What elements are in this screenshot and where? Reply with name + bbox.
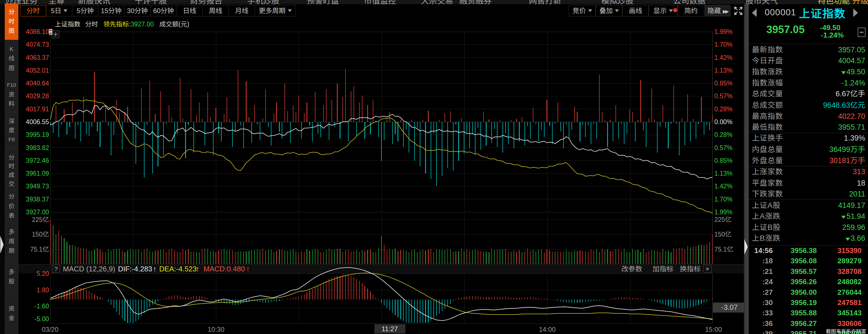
svg-text:0.57%: 0.57%: [714, 92, 733, 100]
svg-text:4052.01: 4052.01: [26, 67, 49, 74]
svg-text:3972.46: 3972.46: [26, 157, 49, 164]
svg-text:3983.82: 3983.82: [26, 144, 49, 151]
svg-text:↑: ↑: [196, 265, 199, 273]
svg-text:4017.91: 4017.91: [26, 105, 49, 113]
svg-text:3938.37: 3938.37: [26, 196, 49, 203]
svg-text:1.99%: 1.99%: [714, 209, 733, 216]
svg-text:15:00: 15:00: [705, 326, 722, 333]
svg-text:3961.09: 3961.09: [26, 170, 49, 177]
svg-text:0.28%: 0.28%: [714, 131, 733, 138]
svg-text:14:00: 14:00: [539, 326, 556, 333]
svg-text:5.20: 5.20: [36, 270, 49, 277]
svg-text:3995.19: 3995.19: [26, 131, 49, 138]
svg-text:MACD (12,26,9): MACD (12,26,9): [63, 265, 115, 273]
svg-text:3949.73: 3949.73: [26, 183, 49, 190]
svg-text:4006.55: 4006.55: [26, 118, 49, 125]
svg-text:DEA:-4.523: DEA:-4.523: [159, 265, 196, 273]
svg-text:-1.60: -1.60: [34, 303, 49, 310]
svg-text:150亿: 150亿: [32, 231, 49, 238]
svg-text:-5.00: -5.00: [34, 315, 49, 323]
svg-text:1.80: 1.80: [36, 286, 49, 294]
svg-text:4029.28: 4029.28: [26, 92, 49, 100]
svg-text:1.70%: 1.70%: [714, 196, 733, 203]
svg-text:3927.00: 3927.00: [26, 209, 49, 216]
svg-text:换指标: 换指标: [680, 265, 701, 273]
svg-text:1.42%: 1.42%: [714, 54, 733, 61]
svg-text:0.57%: 0.57%: [714, 144, 733, 151]
svg-text:4063.37: 4063.37: [26, 54, 49, 61]
svg-text:1.13%: 1.13%: [714, 67, 733, 74]
svg-text:DIF:-4.283: DIF:-4.283: [118, 265, 152, 273]
svg-text:0.85%: 0.85%: [714, 157, 733, 164]
svg-text:0.85%: 0.85%: [714, 80, 733, 87]
svg-text:225亿: 225亿: [714, 216, 731, 223]
svg-text:↑: ↑: [246, 265, 250, 273]
svg-text:1.13%: 1.13%: [714, 170, 733, 177]
svg-text:?: ?: [54, 266, 58, 272]
svg-text:1.42%: 1.42%: [714, 183, 733, 190]
svg-text:-3.07: -3.07: [721, 303, 738, 311]
svg-text:4040.64: 4040.64: [26, 80, 49, 87]
svg-text:×: ×: [706, 265, 709, 272]
svg-text:75.1亿: 75.1亿: [714, 246, 733, 253]
svg-text:加指标: 加指标: [653, 265, 674, 273]
svg-text:4086.10: 4086.10: [26, 28, 49, 35]
svg-text:改参数: 改参数: [621, 265, 642, 273]
svg-text:MACD:0.480: MACD:0.480: [204, 265, 245, 273]
svg-text:0.28%: 0.28%: [714, 105, 733, 113]
svg-text:225亿: 225亿: [32, 216, 49, 223]
svg-text:03/20: 03/20: [42, 326, 58, 333]
svg-text:10:30: 10:30: [208, 326, 224, 333]
svg-text:11:27: 11:27: [382, 325, 398, 333]
svg-text:150亿: 150亿: [714, 231, 731, 238]
svg-text:1.99%: 1.99%: [714, 28, 733, 35]
svg-text:↑: ↑: [153, 265, 156, 273]
svg-text:75.1亿: 75.1亿: [30, 246, 49, 253]
svg-text:1.70%: 1.70%: [714, 41, 733, 48]
svg-text:4074.73: 4074.73: [26, 41, 49, 48]
svg-text:0.00%: 0.00%: [714, 118, 733, 125]
